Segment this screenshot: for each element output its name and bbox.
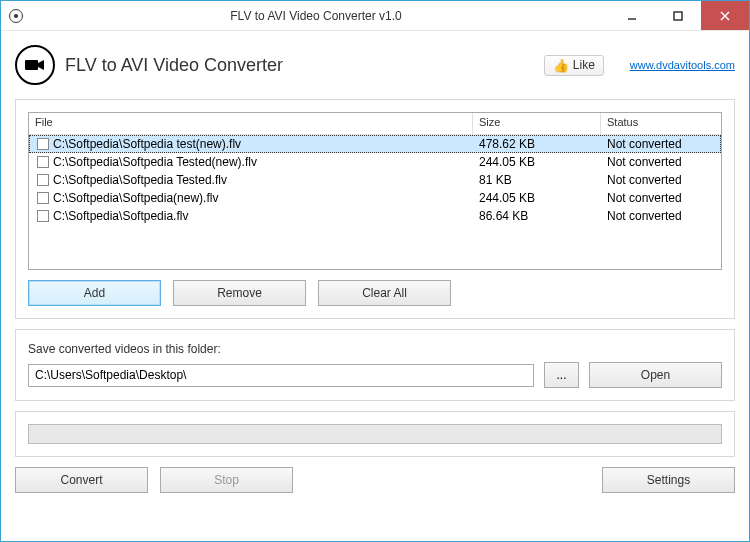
col-header-file[interactable]: File <box>29 113 473 134</box>
file-cell: C:\Softpedia\Softpedia Tested(new).flv <box>53 155 257 169</box>
col-header-status[interactable]: Status <box>601 113 721 134</box>
save-label: Save converted videos in this folder: <box>28 342 722 356</box>
table-row[interactable]: C:\Softpedia\Softpedia test(new).flv478.… <box>29 135 721 153</box>
file-table[interactable]: File Size Status C:\Softpedia\Softpedia … <box>28 112 722 270</box>
file-cell: C:\Softpedia\Softpedia test(new).flv <box>53 137 241 151</box>
col-header-size[interactable]: Size <box>473 113 601 134</box>
app-title: FLV to AVI Video Converter <box>65 55 534 76</box>
table-row[interactable]: C:\Softpedia\Softpedia Tested(new).flv24… <box>29 153 721 171</box>
open-button[interactable]: Open <box>589 362 722 388</box>
header: FLV to AVI Video Converter 👍 Like www.dv… <box>15 45 735 85</box>
table-row[interactable]: C:\Softpedia\Softpedia.flv86.64 KBNot co… <box>29 207 721 225</box>
close-button[interactable] <box>701 1 749 30</box>
row-checkbox[interactable] <box>37 210 49 222</box>
svg-rect-1 <box>674 12 682 20</box>
table-row[interactable]: C:\Softpedia\Softpedia Tested.flv81 KBNo… <box>29 171 721 189</box>
add-button[interactable]: Add <box>28 280 161 306</box>
progress-panel <box>15 411 735 457</box>
row-checkbox[interactable] <box>37 192 49 204</box>
size-cell: 478.62 KB <box>473 136 601 152</box>
remove-button[interactable]: Remove <box>173 280 306 306</box>
convert-button[interactable]: Convert <box>15 467 148 493</box>
status-cell: Not converted <box>601 208 721 224</box>
browse-button[interactable]: ... <box>544 362 579 388</box>
progress-bar <box>28 424 722 444</box>
minimize-button[interactable] <box>609 1 655 30</box>
status-cell: Not converted <box>601 190 721 206</box>
file-cell: C:\Softpedia\Softpedia(new).flv <box>53 191 218 205</box>
status-cell: Not converted <box>601 136 721 152</box>
size-cell: 244.05 KB <box>473 190 601 206</box>
table-row[interactable]: C:\Softpedia\Softpedia(new).flv244.05 KB… <box>29 189 721 207</box>
size-cell: 81 KB <box>473 172 601 188</box>
window-title: FLV to AVI Video Converter v1.0 <box>23 9 609 23</box>
app-icon <box>9 9 23 23</box>
maximize-button[interactable] <box>655 1 701 30</box>
save-path-input[interactable] <box>28 364 534 387</box>
settings-button[interactable]: Settings <box>602 467 735 493</box>
table-header: File Size Status <box>29 113 721 135</box>
like-button[interactable]: 👍 Like <box>544 55 604 76</box>
row-checkbox[interactable] <box>37 174 49 186</box>
row-checkbox[interactable] <box>37 156 49 168</box>
camera-icon <box>15 45 55 85</box>
file-cell: C:\Softpedia\Softpedia Tested.flv <box>53 173 227 187</box>
save-panel: Save converted videos in this folder: ..… <box>15 329 735 401</box>
file-cell: C:\Softpedia\Softpedia.flv <box>53 209 188 223</box>
row-checkbox[interactable] <box>37 138 49 150</box>
svg-rect-4 <box>25 60 38 70</box>
size-cell: 86.64 KB <box>473 208 601 224</box>
website-link[interactable]: www.dvdavitools.com <box>630 59 735 71</box>
titlebar: FLV to AVI Video Converter v1.0 <box>1 1 749 31</box>
status-cell: Not converted <box>601 172 721 188</box>
thumbs-up-icon: 👍 <box>553 58 569 73</box>
like-label: Like <box>573 58 595 72</box>
clear-all-button[interactable]: Clear All <box>318 280 451 306</box>
file-panel: File Size Status C:\Softpedia\Softpedia … <box>15 99 735 319</box>
stop-button[interactable]: Stop <box>160 467 293 493</box>
size-cell: 244.05 KB <box>473 154 601 170</box>
status-cell: Not converted <box>601 154 721 170</box>
